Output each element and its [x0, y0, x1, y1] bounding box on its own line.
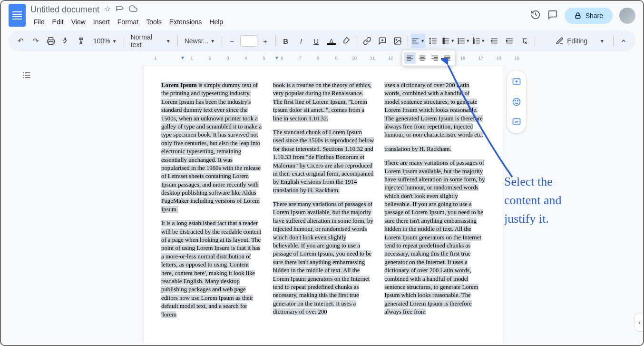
editing-mode-button[interactable]: Editing ▼ — [550, 35, 610, 47]
collapse-toolbar-button[interactable] — [616, 34, 631, 48]
share-label: Share — [585, 12, 603, 20]
column-1: Lorem Ipsum is simply dummy text of the … — [161, 81, 263, 319]
italic-button[interactable]: I — [294, 34, 308, 48]
link-button[interactable] — [360, 34, 374, 48]
document-title[interactable]: Untitled document — [30, 5, 99, 15]
docs-logo[interactable] — [9, 4, 26, 27]
text-color-button[interactable]: A — [324, 34, 339, 48]
add-comment-side-button[interactable] — [509, 74, 524, 89]
font-size-input[interactable] — [240, 35, 257, 47]
redo-button[interactable]: ↷ — [29, 34, 43, 48]
side-panel-handle[interactable]: ‹ — [634, 313, 644, 332]
menu-view[interactable]: View — [68, 16, 89, 28]
style-select[interactable]: Normal text ▼ — [127, 31, 175, 50]
star-icon[interactable]: ☆ — [104, 4, 111, 15]
suggest-edit-side-button[interactable] — [509, 114, 524, 129]
menu-insert[interactable]: Insert — [90, 16, 113, 28]
svg-rect-6 — [443, 42, 445, 44]
align-right-option[interactable] — [429, 52, 440, 64]
font-select[interactable]: Newsr... ▼ — [181, 35, 219, 47]
annotation-text: Select the content and justify it. — [504, 172, 562, 228]
clear-formatting-button[interactable] — [517, 34, 532, 48]
align-center-option[interactable] — [417, 52, 428, 64]
font-size-decrease[interactable]: − — [225, 34, 239, 48]
align-dropdown — [402, 50, 455, 66]
horizontal-ruler[interactable]: 112345678910111213141516171819 ▼ ▼ — [34, 54, 635, 62]
menu-extensions[interactable]: Extensions — [166, 16, 205, 28]
menu-format[interactable]: Format — [114, 16, 142, 28]
svg-point-8 — [458, 40, 459, 41]
bulleted-list-button[interactable]: ▼ — [457, 34, 471, 48]
align-justify-option[interactable] — [441, 52, 453, 64]
svg-rect-4 — [443, 38, 445, 40]
increase-indent-button[interactable] — [502, 34, 517, 48]
align-button[interactable]: ▼ — [411, 34, 425, 48]
paint-format-button[interactable] — [74, 34, 88, 48]
undo-button[interactable]: ↶ — [13, 34, 28, 48]
insert-image-button[interactable] — [390, 34, 405, 48]
add-emoji-side-button[interactable] — [509, 94, 524, 109]
font-size-increase[interactable]: + — [258, 34, 273, 48]
bold-button[interactable]: B — [279, 34, 293, 48]
svg-rect-0 — [576, 15, 580, 18]
numbered-list-button[interactable]: 123 ▼ — [472, 34, 486, 48]
svg-point-9 — [458, 42, 459, 43]
outline-button[interactable] — [22, 70, 31, 82]
svg-point-15 — [515, 100, 516, 101]
checklist-button[interactable]: ▼ — [441, 34, 456, 48]
toolbar: ↶ ↷ 100% ▼ Normal text ▼ Newsr... ▼ − + … — [9, 30, 635, 51]
svg-point-16 — [517, 100, 518, 101]
history-icon[interactable] — [530, 10, 541, 22]
header: Untitled document ☆ File Edit View Inser… — [1, 1, 643, 28]
svg-point-3 — [396, 39, 397, 40]
line-spacing-button[interactable] — [426, 34, 440, 48]
decrease-indent-button[interactable] — [487, 34, 501, 48]
menu-file[interactable]: File — [30, 16, 48, 28]
document-page[interactable]: Lorem Ipsum is simply dummy text of the … — [144, 66, 503, 343]
svg-text:3: 3 — [473, 41, 475, 44]
column-3: uses a dictionary of over 200 Latin word… — [384, 81, 486, 319]
vertical-ruler[interactable] — [9, 62, 16, 343]
print-button[interactable] — [44, 34, 58, 48]
highlight-button[interactable] — [340, 34, 354, 48]
indent-marker-right[interactable]: ▼ — [274, 55, 279, 60]
user-avatar[interactable] — [619, 8, 635, 24]
side-tools — [507, 70, 526, 133]
menu-tools[interactable]: Tools — [143, 16, 165, 28]
align-left-option[interactable] — [404, 52, 416, 64]
menu-bar: File Edit View Insert Format Tools Exten… — [30, 16, 530, 28]
move-icon[interactable] — [116, 4, 124, 15]
svg-point-14 — [513, 99, 520, 106]
menu-help[interactable]: Help — [206, 16, 226, 28]
indent-marker-left[interactable]: ▼ — [180, 55, 185, 60]
comments-icon[interactable] — [547, 10, 558, 22]
underline-button[interactable]: U — [309, 34, 323, 48]
svg-point-7 — [458, 38, 459, 39]
svg-rect-5 — [443, 40, 445, 42]
menu-edit[interactable]: Edit — [49, 16, 67, 28]
svg-rect-1 — [49, 42, 53, 45]
share-button[interactable]: Share — [565, 8, 613, 24]
cloud-status-icon[interactable] — [129, 4, 137, 15]
zoom-select[interactable]: 100% ▼ — [89, 35, 121, 47]
add-comment-button[interactable] — [375, 34, 390, 48]
column-2: book is a treatise on the theory of ethi… — [273, 81, 374, 319]
spellcheck-button[interactable] — [59, 34, 73, 48]
